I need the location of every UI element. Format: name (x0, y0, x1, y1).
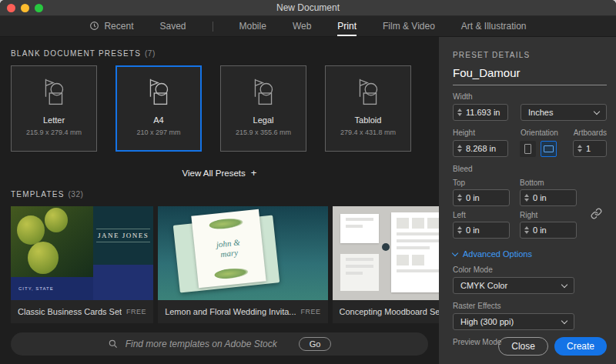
tab-print[interactable]: Print (337, 16, 357, 36)
color-mode-label: Color Mode (453, 265, 607, 274)
color-mode-dropdown[interactable]: CMYK Color (453, 277, 574, 294)
chevron-down-icon (561, 317, 567, 323)
thumb-decor (346, 272, 363, 275)
tab-label: Web (293, 21, 311, 32)
thumb-decor (346, 258, 373, 261)
chevron-down-icon (561, 281, 567, 287)
artboards-input[interactable]: 1 (573, 140, 607, 157)
templates-title: TEMPLATES (11, 190, 65, 199)
increment-arrow-icon[interactable] (457, 194, 462, 197)
bleed-bottom-label: Bottom (520, 179, 577, 187)
bleed-right-input[interactable]: 0 in (520, 222, 577, 239)
stepper-arrows[interactable] (457, 145, 462, 152)
raster-effects-dropdown[interactable]: High (300 ppi) (453, 313, 574, 330)
orientation-portrait-button[interactable] (520, 141, 536, 157)
create-button[interactable]: Create (554, 337, 607, 356)
template-thumbnail: JANE JONES CITY, STATE (11, 206, 153, 300)
decrement-arrow-icon[interactable] (524, 199, 529, 202)
template-name: Lemon and Floral Wedding Invita... (165, 307, 296, 316)
preset-card-legal[interactable]: Legal 215.9 x 355.6 mm (220, 65, 306, 152)
units-value: Inches (528, 108, 553, 117)
bleed-top-input[interactable]: 0 in (453, 189, 510, 206)
landscape-page-icon (544, 145, 554, 152)
template-name: Classic Business Cards Set (18, 307, 122, 316)
decrement-arrow-icon[interactable] (457, 231, 462, 234)
thumb-decor (209, 217, 243, 231)
search-input[interactable] (126, 339, 299, 349)
preset-details-header: PRESET DETAILS (453, 51, 607, 59)
width-value: 11.693 in (466, 108, 500, 117)
minimize-window-button[interactable] (21, 4, 29, 12)
thumb-decor (214, 267, 249, 281)
stepper-arrows[interactable] (457, 109, 462, 116)
increment-arrow-icon[interactable] (524, 226, 529, 229)
stepper-arrows[interactable] (524, 226, 529, 234)
stock-search-bar[interactable]: Go (11, 332, 428, 356)
decrement-arrow-icon[interactable] (457, 149, 462, 152)
tab-label: Film & Video (383, 21, 435, 32)
preset-name: Tabloid (355, 115, 382, 125)
units-dropdown[interactable]: Inches (521, 104, 607, 121)
thumb-decor (397, 255, 409, 265)
template-card-row: JANE JONES CITY, STATE Classic Business … (0, 206, 439, 323)
tab-group-divider (213, 22, 213, 32)
blank-document-icon (350, 75, 386, 111)
decrement-arrow-icon[interactable] (457, 199, 462, 202)
template-card-wedding-invitation[interactable]: john & mary Lemon and Floral Wedding Inv… (158, 206, 327, 323)
thumb-decor: JANE JONES (93, 206, 153, 265)
width-input[interactable]: 11.693 in (453, 104, 508, 121)
document-name-input[interactable]: Fou_Damour (453, 66, 607, 85)
increment-arrow-icon[interactable] (457, 109, 462, 112)
templates-count: (32) (69, 190, 84, 199)
bleed-bottom-input[interactable]: 0 in (520, 189, 577, 206)
close-button[interactable]: Close (498, 337, 548, 356)
stepper-arrows[interactable] (524, 194, 529, 202)
tab-film-video[interactable]: Film & Video (383, 16, 435, 36)
tab-web[interactable]: Web (293, 16, 311, 36)
template-footer: Classic Business Cards Set FREE (11, 300, 153, 323)
increment-arrow-icon[interactable] (524, 194, 529, 197)
bleed-left-value: 0 in (466, 225, 480, 235)
zoom-window-button[interactable] (35, 4, 43, 12)
stepper-arrows[interactable] (578, 145, 582, 152)
tab-mobile[interactable]: Mobile (239, 16, 266, 36)
increment-arrow-icon[interactable] (578, 145, 582, 148)
template-card-business-cards[interactable]: JANE JONES CITY, STATE Classic Business … (11, 206, 153, 323)
height-input[interactable]: 8.268 in (453, 140, 508, 157)
stepper-arrows[interactable] (457, 226, 462, 234)
color-mode-value: CMYK Color (460, 281, 507, 290)
portrait-page-icon (524, 144, 531, 154)
decrement-arrow-icon[interactable] (578, 149, 582, 152)
dialog-actions: Close Create (498, 337, 607, 356)
advanced-options-toggle[interactable]: Advanced Options (453, 249, 607, 259)
artboards-label: Artboards (570, 129, 607, 137)
bleed-grid: Top Bottom 0 in 0 in Left Right (453, 176, 607, 239)
width-row: 11.693 in Inches (453, 104, 607, 121)
thumb-text: JANE JONES (96, 229, 150, 242)
tab-art-illustration[interactable]: Art & Illustration (461, 16, 527, 36)
decrement-arrow-icon[interactable] (457, 113, 462, 116)
bleed-bottom-value: 0 in (533, 193, 547, 202)
link-bleed-values-button[interactable] (591, 208, 602, 222)
view-all-presets-button[interactable]: View All Presets+ (0, 167, 439, 179)
decrement-arrow-icon[interactable] (524, 231, 529, 234)
go-button[interactable]: Go (299, 337, 332, 351)
orientation-label: Orientation (521, 129, 570, 137)
bleed-left-input[interactable]: 0 in (453, 222, 510, 239)
tab-saved[interactable]: Saved (159, 16, 186, 36)
increment-arrow-icon[interactable] (457, 145, 462, 148)
preset-card-row: Letter 215.9 x 279.4 mm A4 210 x 297 mm … (0, 65, 439, 152)
tab-recent[interactable]: Recent (89, 16, 133, 36)
width-label: Width (453, 92, 607, 101)
preset-name: Legal (253, 115, 274, 125)
preset-card-a4[interactable]: A4 210 x 297 mm (116, 65, 202, 152)
orientation-landscape-button[interactable] (541, 141, 557, 157)
thumb-decor (412, 218, 424, 229)
new-document-dialog: New Document Recent Saved Mobile Web Pri… (0, 0, 616, 364)
close-window-button[interactable] (7, 4, 15, 12)
preset-name: A4 (153, 115, 163, 125)
preset-card-tabloid[interactable]: Tabloid 279.4 x 431.8 mm (325, 65, 411, 152)
stepper-arrows[interactable] (457, 194, 462, 202)
increment-arrow-icon[interactable] (457, 226, 462, 229)
preset-card-letter[interactable]: Letter 215.9 x 279.4 mm (11, 65, 97, 152)
